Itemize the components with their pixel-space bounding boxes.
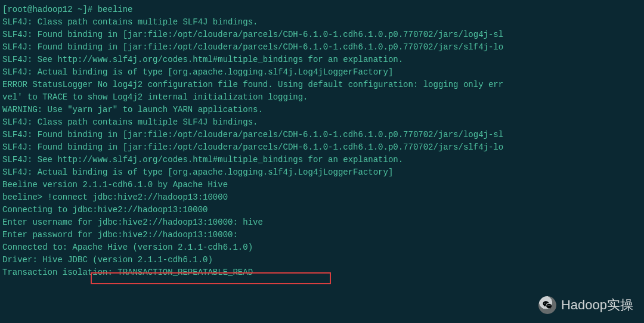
wechat-icon [538,296,556,314]
terminal-line: Transaction isolation: TRANSACTION_REPEA… [2,266,642,279]
terminal-line: SLF4J: Found binding in [jar:file:/opt/c… [2,29,642,41]
shell-command[interactable]: beeline [98,5,133,14]
terminal-line: Connected to: Apache Hive (version 2.1.1… [2,241,642,254]
terminal-line: SLF4J: See http://www.slf4j.org/codes.ht… [2,54,642,66]
terminal-line: Enter username for jdbc:hive2://hadoop13… [2,216,642,229]
terminal-line: beeline> !connect jdbc:hive2://hadoop13:… [2,191,642,204]
watermark-text: Hadoop实操 [561,295,633,315]
terminal-line: Driver: Hive JDBC (version 2.1.1-cdh6.1.… [2,254,642,266]
terminal-line: SLF4J: Actual binding is of type [org.ap… [2,66,642,79]
terminal-line: SLF4J: Found binding in [jar:file:/opt/c… [2,141,642,154]
terminal-line: Beeline version 2.1.1-cdh6.1.0 by Apache… [2,179,642,191]
prompt-close-bracket: ]# [82,5,97,14]
prompt-host: hadoop12 [32,5,72,14]
terminal-line: SLF4J: Found binding in [jar:file:/opt/c… [2,129,642,141]
terminal-line: SLF4J: Found binding in [jar:file:/opt/c… [2,41,642,54]
terminal-line: ERROR StatusLogger No log4j2 configurati… [2,79,642,91]
prompt-user: root [7,5,27,14]
terminal-line: SLF4J: Actual binding is of type [org.ap… [2,166,642,179]
terminal-line: SLF4J: Class path contains multiple SLF4… [2,16,642,29]
terminal-line: SLF4J: Class path contains multiple SLF4… [2,116,642,129]
shell-prompt-line: [root@hadoop12 ~]# beeline [2,4,642,16]
terminal-line: WARNING: Use "yarn jar" to launch YARN a… [2,104,642,116]
terminal-line: SLF4J: See http://www.slf4j.org/codes.ht… [2,154,642,166]
terminal-line: vel' to TRACE to show Log4j2 internal in… [2,91,642,104]
terminal-line: Connecting to jdbc:hive2://hadoop13:1000… [2,204,642,216]
watermark: Hadoop实操 [538,295,633,315]
terminal-line: Enter password for jdbc:hive2://hadoop13… [2,229,642,241]
